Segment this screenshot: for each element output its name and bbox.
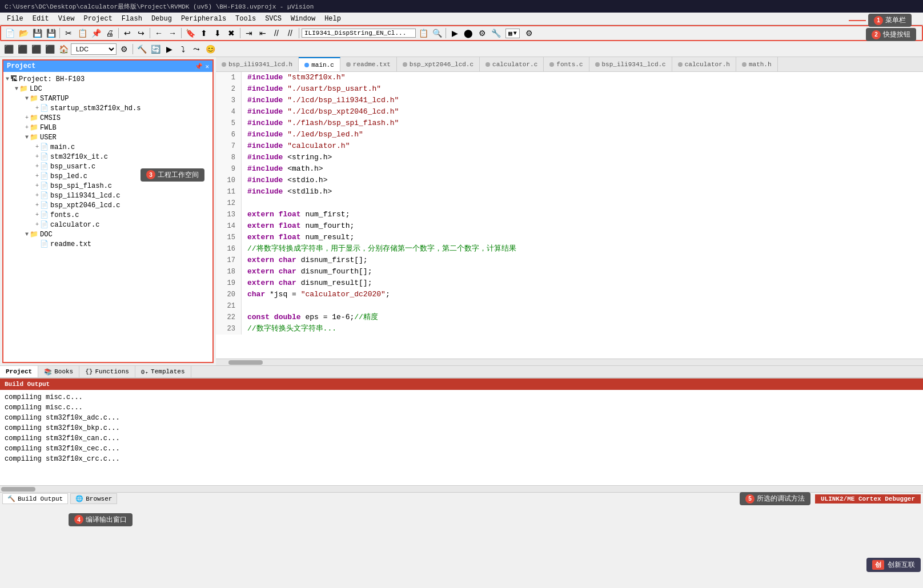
menu-item-svcs[interactable]: SVCS [260,14,286,24]
tree-startup[interactable]: ▼ 📁 STARTUP [3,94,212,103]
tree-ldc[interactable]: ▼ 📁 LDC [3,84,212,94]
bottom-tab-project[interactable]: Project [0,366,38,377]
tree-main-c[interactable]: + 📄 main.c [3,142,212,152]
build-btn[interactable]: 🔨 [135,43,148,55]
new-file-btn[interactable]: 📄 [3,27,16,39]
tree-bsp-spi-flash[interactable]: + 📄 bsp_spi_flash.c [3,181,212,191]
debug-over-btn[interactable]: ⤳ [190,43,203,55]
open-btn[interactable]: 📂 [17,27,30,39]
bottom-tab-functions[interactable]: {} Functions [79,366,135,377]
tree-user[interactable]: ▼ 📁 USER [3,132,212,142]
tab-main-c[interactable]: main.c [299,57,340,71]
tb2-btn3[interactable]: ⬛ [30,43,42,55]
bottom-tab-templates[interactable]: 0₊ Templates [135,366,191,377]
tree-calculator[interactable]: + 📄 calculator.c [3,220,212,229]
tb2-btn2[interactable]: ⬛ [16,43,29,55]
debug-go-btn[interactable]: ▶ [163,43,175,55]
tree-root[interactable]: ▼ 🏗 Project: BH-F103 [3,74,212,84]
run-btn[interactable]: ▶ [448,27,461,39]
tab-calculator-c[interactable]: calculator.c [480,57,544,71]
status-tab-build-output-label: Build Output [18,496,63,502]
tab-readme[interactable]: readme.txt [340,57,397,71]
outdent-btn[interactable]: ⇤ [256,27,269,39]
ldc-expand: ▼ [15,86,18,92]
project-close-btn[interactable]: ✕ [205,63,209,70]
target-dropdown[interactable]: ▦ ▼ [505,29,520,38]
horizontal-scrollbar[interactable] [216,359,923,365]
line-num-10: 10 [216,175,242,186]
target-select[interactable]: LDC [71,43,117,55]
tree-readme[interactable]: 📄 readme.txt [3,239,212,249]
tree-fwlb[interactable]: + 📁 FWLB [3,123,212,132]
settings-btn[interactable]: ⚙ [523,27,536,39]
file-icon-bsp-led: 📄 [40,172,49,180]
status-tab-browser[interactable]: 🌐 Browser [70,493,117,504]
nav-fwd-btn[interactable]: → [166,27,179,39]
undo-btn[interactable]: ↩ [121,27,134,39]
doc-label: DOC [40,231,53,239]
tab-bsp-xpt2046[interactable]: bsp_xpt2046_lcd.c [397,57,480,71]
project-pin-btn[interactable]: 📌 [195,63,203,70]
emoji-btn[interactable]: 😊 [204,43,216,55]
menu-item-project[interactable]: Project [79,14,117,24]
tree-fonts[interactable]: + 📄 fonts.c [3,210,212,220]
save-all-btn[interactable]: 💾 [45,27,57,39]
line-content-6: #include "./led/bsp_led.h" [242,129,363,140]
build-scrollbar-thumb[interactable] [1,487,35,492]
menu-item-help[interactable]: Help [320,14,346,24]
tb2-btn4[interactable]: ⬛ [43,43,56,55]
menu-item-peripherals[interactable]: Peripherals [176,14,231,24]
print-btn[interactable]: 🖨 [103,27,116,39]
tree-bsp-ili9341[interactable]: + 📄 bsp_ili9341_lcd.c [3,191,212,200]
scrollbar-thumb-h[interactable] [228,360,263,365]
rebuild-btn[interactable]: 🔄 [149,43,162,55]
code-area[interactable]: 1 #include "stm32f10x.h" 2 #include "./u… [216,72,923,359]
stop-btn[interactable]: ⬤ [462,27,475,39]
prev-bookmark-btn[interactable]: ⬆ [198,27,210,39]
menu-item-view[interactable]: View [54,14,79,24]
sep7 [446,28,446,38]
build-scrollbar-h[interactable] [0,485,923,492]
bookmark-btn[interactable]: 🔖 [184,27,196,39]
tree-stm32-it[interactable]: + 📄 stm32f10x_it.c [3,152,212,162]
tree-cmsis[interactable]: + 📁 CMSIS [3,113,212,123]
line-content-10: #include <stdio.h> [242,175,327,186]
debug-step-btn[interactable]: ⤵ [176,43,189,55]
build-output-content[interactable]: compiling misc.c... compiling misc.c... … [0,390,923,485]
menu-item-edit[interactable]: Edit [28,14,54,24]
menu-item-window[interactable]: Window [286,14,320,24]
indent-btn[interactable]: ⇥ [243,27,255,39]
menu-item-debug[interactable]: Debug [147,14,176,24]
clear-bookmarks-btn[interactable]: ✖ [225,27,238,39]
tree-bsp-xpt2046[interactable]: + 📄 bsp_xpt2046_lcd.c [3,200,212,210]
tb2-btn1[interactable]: ⬛ [2,43,15,55]
inspect-btn[interactable]: 🔍 [431,27,443,39]
tab-math-h[interactable]: math.h [736,57,778,71]
ext-opt-btn[interactable]: 🔧 [489,27,502,39]
target-opt-btn[interactable]: ⚙ [476,27,488,39]
menu-item-tools[interactable]: Tools [231,14,260,24]
file-list-btn[interactable]: 📋 [417,27,430,39]
tab-bsp-ili9341-c[interactable]: bsp_ili9341_lcd.c [589,57,672,71]
menu-item-file[interactable]: File [2,14,28,24]
tree-doc[interactable]: ▼ 📁 DOC [3,229,212,239]
tree-startup-file[interactable]: + 📄 startup_stm32f10x_hd.s [3,103,212,113]
folder-icon-doc: 📁 [30,230,38,239]
menu-item-flash[interactable]: Flash [117,14,147,24]
copy-btn[interactable]: 📋 [76,27,89,39]
tb2-settings-btn[interactable]: ⚙ [118,43,130,55]
paste-btn[interactable]: 📌 [90,27,102,39]
cut-btn[interactable]: ✂ [62,27,75,39]
save-btn[interactable]: 💾 [31,27,43,39]
tab-fonts-c[interactable]: fonts.c [544,57,589,71]
tab-bsp-ili9341-h[interactable]: bsp_ili9341_lcd.h [216,57,299,71]
tab-calculator-h[interactable]: calculator.h [672,57,736,71]
uncomment-btn[interactable]: // [284,27,296,39]
status-tab-build-output[interactable]: 🔨 Build Output [2,493,68,504]
comment-btn[interactable]: // [270,27,283,39]
tb2-btn5[interactable]: 🏠 [57,43,70,55]
redo-btn[interactable]: ↪ [135,27,147,39]
bottom-tab-books[interactable]: 📚 Books [38,366,79,377]
next-bookmark-btn[interactable]: ⬇ [211,27,224,39]
nav-back-btn[interactable]: ← [153,27,165,39]
